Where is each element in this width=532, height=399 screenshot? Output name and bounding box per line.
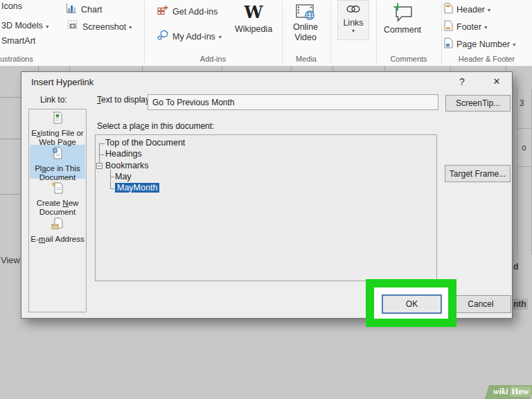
screenshot-root: Icons 3D Models ▾ SmartArt Chart Screens… [0,0,532,399]
sidebar-item-create-new[interactable]: Create New Document [30,181,85,218]
wikipedia-icon: W [233,3,274,21]
dialog-title: Insert Hyperlink [31,77,94,87]
tree-item-maymonth[interactable]: MayMonth [115,183,159,193]
smartart-button[interactable]: SmartArt [1,36,35,46]
select-place-label: Select a place in this document: [97,121,214,131]
tree-connector [99,143,105,144]
document-place-tree[interactable]: − Top of the Document Headings Bookmarks… [95,134,437,281]
comments-group-label: Comments [376,55,441,63]
tree-collapse-toggle[interactable]: − [96,163,103,169]
group-divider [330,1,331,64]
header-button[interactable]: Header ▾ [443,3,490,17]
footer-icon [443,20,453,34]
tree-item-headings[interactable]: Headings [105,149,142,159]
link-to-sidebar: Existing File or Web Page Place in This … [28,109,87,312]
sidebar-item-email-address[interactable]: E-mail Address [30,218,85,244]
online-video-icon [285,3,326,21]
tree-connector [110,177,114,177]
links-button[interactable]: Links ▾ [337,0,369,40]
text-to-display-label: Text to display: [97,95,152,105]
chevron-down-icon: ▾ [513,42,515,48]
illustrations-group-label: ustrations [0,55,38,63]
tree-connector [99,143,100,163]
footer-button[interactable]: Footer ▾ [443,20,487,34]
document-text-fragment: View [1,255,20,265]
get-add-ins-button[interactable]: Get Add-ins [157,5,218,19]
chevron-down-icon: ▾ [219,34,222,40]
online-video-label-line1: Online [285,22,326,33]
header-label: Header [456,5,485,15]
table-border [517,128,532,129]
document-text-fragment: nth [512,299,528,310]
links-icon [338,4,369,14]
links-label: Links [338,18,369,28]
email-address-icon [51,218,64,235]
page-number-icon [443,37,453,51]
create-new-document-icon [51,181,64,199]
table-border [0,97,21,98]
selected-tree-node: MayMonth [115,183,159,193]
sidebar-item-label: Create New Document [30,199,85,218]
ok-button[interactable]: OK [382,294,442,314]
get-add-ins-icon [157,5,168,19]
screenshot-button[interactable]: Screenshot ▾ [67,20,132,34]
chevron-down-icon: ▾ [488,7,490,13]
page-number-label: Page Number [456,39,510,49]
icons-button[interactable]: Icons [1,1,22,11]
chevron-down-icon: ▾ [46,24,48,30]
place-in-document-icon [51,147,64,164]
table-border [450,66,451,71]
page-number-button[interactable]: Page Number ▾ [443,37,515,51]
label-pre: Pl [35,164,42,172]
screenshot-label: Screenshot [82,22,126,32]
tree-item-may[interactable]: May [115,172,132,182]
table-border [0,139,21,139]
tree-item-bookmarks[interactable]: Bookmarks [105,161,149,171]
watermark-how: How [510,387,531,397]
table-border [222,66,222,71]
target-frame-button[interactable]: Target Frame... [445,165,511,182]
label-key: m [39,235,46,243]
wikipedia-label: Wikipedia [233,24,274,34]
online-video-button[interactable]: Online Video [285,3,326,43]
comment-label: Comment [380,25,425,35]
tree-connector [99,154,105,155]
document-text-fragment: 3 [520,98,524,108]
3d-models-button[interactable]: 3D Models ▾ [1,19,48,31]
table-border [142,66,143,71]
word-ribbon: Icons 3D Models ▾ SmartArt Chart Screens… [0,0,532,66]
wikipedia-button[interactable]: W Wikipedia [233,3,274,34]
my-add-ins-button[interactable]: My Add-ins ▾ [157,30,222,44]
watermark-wiki: wiki [493,387,508,397]
table-border [517,166,532,167]
label-post: e in this document: [145,121,215,131]
footer-label: Footer [456,22,481,32]
chart-button[interactable]: Chart [66,3,103,17]
chart-label: Chart [81,5,103,15]
help-button[interactable]: ? [455,76,469,87]
tree-item-top-of-document[interactable]: Top of the Document [105,138,185,148]
sidebar-item-existing-file[interactable]: Existing File or Web Page [30,112,85,148]
chart-icon [66,3,77,17]
chevron-down-icon: ▾ [338,28,369,34]
comment-button[interactable]: Comment [380,2,425,35]
label-post: ext to display: [101,95,152,105]
screenshot-icon [67,20,78,34]
wikihow-watermark: wikiHow [485,385,532,399]
table-border [0,194,21,195]
sidebar-item-label: E-mail Address [30,235,84,245]
get-add-ins-label: Get Add-ins [172,7,218,17]
text-to-display-input[interactable] [148,94,438,110]
label-key: N [62,199,68,207]
cancel-button[interactable]: Cancel [450,295,511,313]
existing-file-icon [51,112,64,129]
online-video-label-line2: Video [285,33,326,43]
tree-connector [110,170,111,189]
close-icon[interactable]: ✕ [490,76,504,87]
watermark-text: wikiHow [493,387,531,397]
screentip-button[interactable]: ScreenTip... [445,95,511,112]
sidebar-item-place-in-document[interactable]: Place in This Document [30,147,85,183]
table-border [517,89,517,255]
label-pre: Create [37,199,63,207]
table-border [506,66,506,71]
